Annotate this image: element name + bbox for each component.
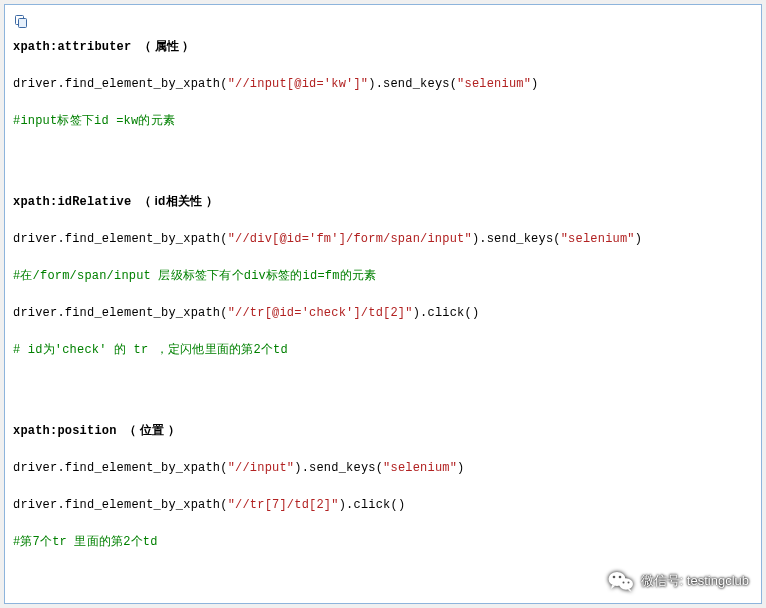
spacer (13, 146, 753, 190)
copy-icon[interactable] (13, 13, 753, 29)
section-header-position: xpath:position （ 位置 ） (13, 419, 753, 443)
wechat-icon (607, 567, 635, 595)
svg-point-6 (622, 582, 624, 584)
comment-line: # id为'check' 的 tr ，定闪他里面的第2个td (13, 339, 753, 362)
header-paren: （ 位置 ） (124, 423, 180, 437)
code-line: driver.find_element_by_xpath("//input[@i… (13, 73, 753, 96)
code-line: driver.find_element_by_xpath("//tr[7]/td… (13, 494, 753, 517)
svg-point-4 (618, 576, 621, 579)
comment-line: #input标签下id =kw的元素 (13, 110, 753, 133)
section-header-attributer: xpath:attributer （ 属性 ） (13, 35, 753, 59)
section-header-idrelative: xpath:idRelative （ id相关性 ） (13, 190, 753, 214)
header-text: xpath:position (13, 424, 124, 438)
svg-point-5 (619, 578, 633, 590)
svg-point-2 (608, 572, 625, 586)
code-line: driver.find_element_by_xpath("//tr[@id='… (13, 302, 753, 325)
comment-line: #在/form/span/input 层级标签下有个div标签的id=fm的元素 (13, 265, 753, 288)
header-paren: （ id相关性 ） (139, 194, 218, 208)
header-text: xpath:attributer (13, 40, 139, 54)
spacer (13, 375, 753, 419)
code-line: driver.find_element_by_xpath("//div[@id=… (13, 228, 753, 251)
header-text: xpath:idRelative (13, 195, 139, 209)
comment-line: #第7个tr 里面的第2个td (13, 531, 753, 554)
code-block: xpath:attributer （ 属性 ） driver.find_elem… (4, 4, 762, 604)
header-paren: （ 属性 ） (139, 39, 195, 53)
watermark-text: 微信号: testingclub (641, 572, 749, 590)
watermark: 微信号: testingclub (607, 567, 749, 595)
svg-point-3 (612, 576, 615, 579)
svg-point-7 (627, 582, 629, 584)
code-line: driver.find_element_by_xpath("//input").… (13, 457, 753, 480)
svg-rect-1 (19, 19, 27, 28)
